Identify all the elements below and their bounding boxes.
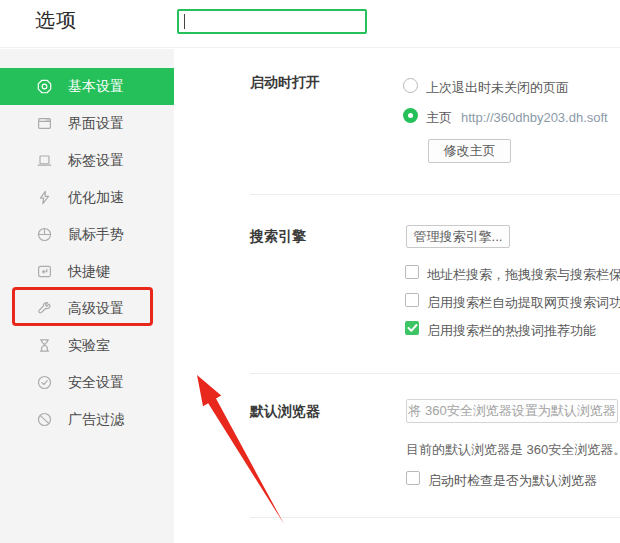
checkbox-addressbar-search[interactable]	[405, 265, 419, 279]
startup-section-label: 启动时打开	[250, 74, 320, 92]
default-browser-section-label: 默认浏览器	[250, 403, 320, 421]
lightning-icon	[37, 190, 52, 205]
hourglass-icon	[37, 338, 52, 353]
laptop-icon	[37, 153, 52, 168]
gear-icon	[37, 79, 52, 94]
sidebar-item-ad-filter[interactable]: 广告过滤	[0, 401, 174, 438]
checkbox-addressbar-search-label: 地址栏搜索，拖拽搜索与搜索栏保持	[427, 266, 620, 284]
radio-last-session-label: 上次退出时未关闭的页面	[426, 79, 569, 97]
radio-homepage-label: 主页http://360dhby203.dh.soft	[426, 109, 608, 127]
mouse-icon	[37, 227, 52, 242]
checkbox-hot-search-suggestions-label: 启用搜索栏的热搜词推荐功能	[427, 322, 596, 340]
radio-homepage[interactable]	[403, 108, 418, 123]
sidebar-item-advanced-settings[interactable]: 高级设置	[0, 290, 174, 327]
sidebar-item-label: 基本设置	[68, 78, 124, 96]
section-divider	[250, 517, 620, 518]
page-title: 选项	[35, 7, 77, 34]
search-engine-section-label: 搜索引擎	[250, 228, 306, 246]
set-default-browser-button[interactable]: 将 360安全浏览器设置为默认浏览器	[406, 399, 618, 423]
sidebar-item-label: 实验室	[68, 337, 110, 355]
sidebar-item-label: 标签设置	[68, 152, 124, 170]
sidebar-item-label: 安全设置	[68, 374, 124, 392]
window-icon	[37, 116, 52, 131]
sidebar-item-security-settings[interactable]: 安全设置	[0, 364, 174, 401]
sidebar-item-mouse-gestures[interactable]: 鼠标手势	[0, 216, 174, 253]
checkbox-hot-search-suggestions[interactable]	[405, 321, 419, 335]
checkbox-check-default-on-startup-label: 启动时检查是否为默认浏览器	[428, 472, 597, 490]
section-divider	[250, 194, 620, 195]
search-input[interactable]	[177, 9, 367, 34]
modify-homepage-button[interactable]: 修改主页	[428, 139, 511, 163]
block-icon	[37, 412, 52, 427]
sidebar-item-label: 优化加速	[68, 189, 124, 207]
sidebar-item-label: 界面设置	[68, 115, 124, 133]
checkbox-auto-extract-keywords[interactable]	[405, 293, 419, 307]
sidebar-item-shortcut-keys[interactable]: 快捷键	[0, 253, 174, 290]
checkbox-auto-extract-keywords-label: 启用搜索栏自动提取网页搜索词功能	[427, 294, 620, 312]
default-browser-status-text: 目前的默认浏览器是 360安全浏览器。	[406, 441, 620, 459]
sidebar-item-label: 快捷键	[68, 263, 110, 281]
sidebar-item-label: 鼠标手势	[68, 226, 124, 244]
text-caret	[184, 14, 185, 29]
sidebar-item-interface-settings[interactable]: 界面设置	[0, 105, 174, 142]
sidebar-item-basic-settings[interactable]: 基本设置	[0, 68, 174, 105]
manage-search-engines-button[interactable]: 管理搜索引擎...	[406, 225, 510, 248]
header: 选项	[0, 0, 620, 48]
shield-check-icon	[37, 375, 52, 390]
sidebar-item-label: 高级设置	[68, 300, 124, 318]
homepage-url: http://360dhby203.dh.soft	[461, 110, 608, 125]
wrench-icon	[37, 301, 52, 316]
sidebar: 基本设置 界面设置 标签设置 优化加速 鼠标手势 快捷键 高级设	[0, 49, 174, 543]
sidebar-item-label: 广告过滤	[68, 411, 124, 429]
section-divider	[250, 373, 620, 374]
radio-last-session[interactable]	[403, 78, 418, 93]
sidebar-item-optimize-speed[interactable]: 优化加速	[0, 179, 174, 216]
sidebar-item-tab-settings[interactable]: 标签设置	[0, 142, 174, 179]
sidebar-item-laboratory[interactable]: 实验室	[0, 327, 174, 364]
checkbox-check-default-on-startup[interactable]	[406, 471, 420, 485]
enter-key-icon	[37, 264, 52, 279]
